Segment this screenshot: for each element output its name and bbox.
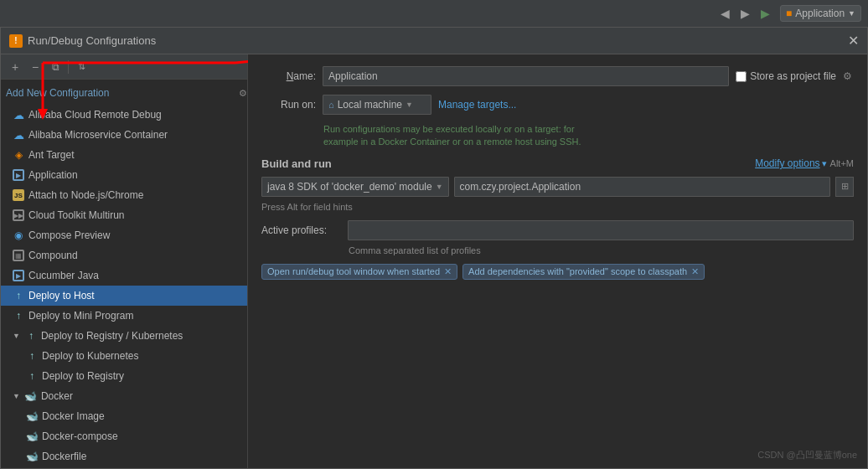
copy-config-button[interactable]: ⧉ [46,58,65,76]
docker-group-icon: 🐋 [25,390,37,402]
tag-dependencies-close[interactable]: ✕ [691,266,699,277]
sdk-class-row: java 8 SDK of 'docker_demo' module ▼ ⊞ [261,177,854,197]
sort-button[interactable]: ⇅ [72,58,90,76]
list-item-ant-target[interactable]: ◈ Ant Target [1,145,247,165]
name-row: Name: Store as project file ⚙ [261,66,854,86]
profiles-hint: Comma separated list of profiles [349,245,854,255]
run-config-icon: ■ [786,8,792,19]
run-icon[interactable]: ▶ [757,5,773,22]
tag-run-debug: Open run/debug tool window when started … [261,264,457,280]
cloud-toolkit-icon: ▶▶ [13,209,24,221]
deploy-registry-label: Deploy to Registry [42,370,124,382]
class-input[interactable] [454,177,830,197]
docker-group-label: Docker [41,390,73,402]
name-underline: Name: [287,70,316,82]
dockerfile-label: Dockerfile [42,451,86,462]
compound-label: Compound [28,250,78,261]
run-on-arrow: ▼ [406,100,413,109]
profiles-input[interactable] [348,220,854,240]
left-panel: + − ⧉ ⇅ [1,54,248,468]
remove-config-button[interactable]: − [26,58,44,76]
deploy-registry-group-icon: ↑ [25,330,37,342]
add-new-config-header: Add New Configuration ⚙ [1,81,247,105]
list-item-deploy-mini[interactable]: ↑ Deploy to Mini Program [1,306,247,326]
top-bar-icons: ◀ ▶ ▶ [716,5,773,22]
dialog-title-bar: ! Run/Debug Configurations ✕ [1,28,867,54]
list-item-alibaba-cloud[interactable]: ☁ Alibaba Cloud Remote Debug [1,105,247,125]
manage-targets-link[interactable]: Manage targets... [438,99,516,111]
list-item-deploy-host[interactable]: ↑ Deploy to Host [1,286,247,306]
dialog-body: + − ⧉ ⇅ [1,54,867,468]
list-item-application[interactable]: ▶ Application [1,165,247,185]
toolbar-sep [68,60,69,74]
deploy-mini-label: Deploy to Mini Program [28,310,133,322]
docker-compose-label: Docker-compose [42,430,118,442]
list-item-attach-node[interactable]: JS Attach to Node.js/Chrome [1,185,247,205]
list-item-deploy-kubernetes[interactable]: ↑ Deploy to Kubernetes [1,346,247,366]
list-item-docker-group[interactable]: ▼ 🐋 Docker [1,386,247,406]
store-file-label: Store as project file [750,70,836,82]
class-browse-btn[interactable]: ⊞ [835,177,854,197]
dialog-close-button[interactable]: ✕ [848,33,859,49]
docker-image-label: Docker Image [42,410,105,422]
list-item-cucumber-java[interactable]: ▶ Cucumber Java [1,265,247,286]
modify-options-shortcut: Alt+M [830,158,854,168]
sdk-select[interactable]: java 8 SDK of 'docker_demo' module ▼ [261,177,449,197]
right-panel: Name: Store as project file ⚙ Run on: ⌂ … [248,54,867,468]
watermark: CSDN @凸凹曼蓝博one [757,449,857,461]
list-item-compound[interactable]: ▦ Compound [1,245,247,265]
docker-compose-icon: 🐋 [26,430,38,442]
list-item-cloud-toolkit[interactable]: ▶▶ Cloud Toolkit Multirun [1,205,247,225]
docker-image-icon: 🐋 [26,410,38,422]
tag-dependencies-label: Add dependencies with "provided" scope t… [468,266,687,276]
store-file-checkbox[interactable] [736,71,747,82]
expand-arrow-docker: ▼ [13,392,20,400]
run-hint-text: Run configurations may be executed local… [323,123,854,149]
deploy-kubernetes-label: Deploy to Kubernetes [42,350,138,362]
deploy-host-icon: ↑ [13,290,24,302]
list-item-compose-preview[interactable]: ◉ Compose Preview [1,225,247,245]
run-config-selector[interactable]: ■ Application ▼ [780,5,861,22]
list-item-ecs-alibaba[interactable]: ☁ ECS on Alibaba Cloud [1,466,247,468]
list-item-deploy-registry-group[interactable]: ▼ ↑ Deploy to Registry / Kubernetes [1,326,247,346]
profiles-row: Active profiles: [261,220,854,240]
store-file-settings-icon[interactable]: ⚙ [843,70,852,82]
name-input[interactable] [323,66,729,86]
application-icon: ▶ [13,169,24,181]
copy-icon: ⧉ [52,61,59,73]
deploy-mini-icon: ↑ [13,310,24,322]
sdk-arrow: ▼ [436,183,443,191]
compound-icon: ▦ [13,250,24,261]
tag-run-debug-label: Open run/debug tool window when started [267,266,440,276]
back-icon[interactable]: ◀ [716,5,733,22]
alibaba-micro-label: Alibaba Microservice Container [28,129,168,141]
compose-preview-icon: ◉ [13,229,24,241]
tag-dependencies: Add dependencies with "provided" scope t… [462,264,705,280]
alibaba-cloud-icon: ☁ [13,109,24,121]
sdk-value: java 8 SDK of 'docker_demo' module [267,181,432,193]
list-item-deploy-registry[interactable]: ↑ Deploy to Registry [1,366,247,386]
list-item-alibaba-micro[interactable]: ☁ Alibaba Microservice Container [1,125,247,145]
tags-row: Open run/debug tool window when started … [261,264,854,280]
modify-options-area: Modify options ▾ Alt+M [755,157,854,169]
deploy-host-label: Deploy to Host [28,290,95,302]
build-run-section-header: Build and run Modify options ▾ Alt+M [261,157,854,170]
dialog-title: ! Run/Debug Configurations [9,34,156,48]
list-item-docker-compose[interactable]: 🐋 Docker-compose [1,426,247,446]
build-run-title: Build and run [261,157,332,170]
list-item-docker-image[interactable]: 🐋 Docker Image [1,406,247,426]
modify-options-link[interactable]: Modify options [755,157,819,169]
add-config-button[interactable]: + [6,58,24,76]
dialog-icon: ! [9,34,23,48]
compose-preview-label: Compose Preview [28,229,110,241]
cucumber-java-icon: ▶ [13,270,24,281]
tag-run-debug-close[interactable]: ✕ [444,266,452,277]
list-item-dockerfile[interactable]: 🐋 Dockerfile [1,446,247,466]
cloud-toolkit-label: Cloud Toolkit Multirun [28,209,125,221]
plus-icon: + [12,60,18,74]
run-on-select[interactable]: ⌂ Local machine ▼ [323,95,431,115]
deploy-kubernetes-icon: ↑ [26,350,38,362]
deploy-registry-group-label: Deploy to Registry / Kubernetes [41,330,183,342]
attach-node-label: Attach to Node.js/Chrome [28,189,143,201]
forward-icon[interactable]: ▶ [736,5,753,22]
